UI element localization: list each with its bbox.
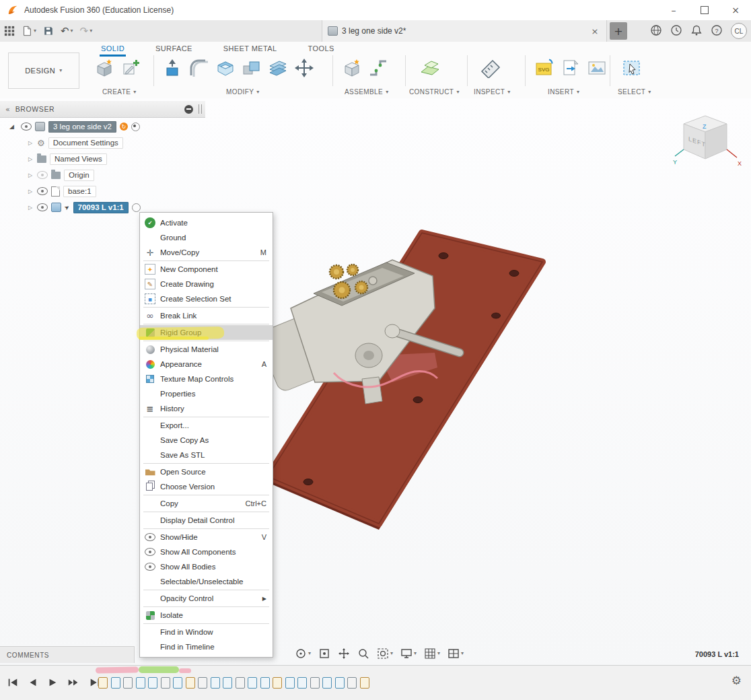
timeline-feature-icon[interactable] (322, 677, 332, 689)
expand-icon[interactable]: ▷ (27, 205, 34, 211)
menu-item-open-source[interactable]: Open Source (140, 464, 273, 479)
visibility-eye-icon[interactable] (37, 171, 48, 179)
expand-icon[interactable]: ▷ (27, 188, 34, 195)
timeline-feature-icon[interactable] (273, 677, 282, 689)
menu-item-rigid-group[interactable]: Rigid Group (140, 325, 273, 340)
timeline-feature-icon[interactable] (260, 677, 270, 689)
timeline-feature-icon[interactable] (111, 677, 120, 689)
expand-icon[interactable]: ◢ (9, 123, 17, 130)
menu-item-create-drawing[interactable]: Create Drawing (140, 277, 273, 291)
menu-item-opacity-control[interactable]: Opacity Control ▶ (140, 591, 273, 606)
timeline-feature-icon[interactable] (186, 677, 195, 689)
browser-item-label[interactable]: base:1 (63, 186, 96, 197)
menu-item-save-copy-as[interactable]: Save Copy As (140, 433, 273, 448)
timeline-feature-icon[interactable] (211, 677, 220, 689)
press-pull-button[interactable] (162, 58, 184, 78)
move-copy-button[interactable] (293, 58, 316, 78)
browser-item-base[interactable]: ▷ base:1 (0, 184, 96, 199)
workspace-selector[interactable]: DESIGN ▾ (8, 53, 79, 89)
activate-radio[interactable] (132, 203, 141, 212)
group-label-inspect[interactable]: INSPECT▾ (474, 88, 511, 96)
tab-tools[interactable]: TOOLS (307, 42, 336, 57)
insert-svg-button[interactable]: SVG (533, 58, 556, 78)
menu-item-move-copy[interactable]: Move/Copy M (140, 245, 273, 260)
browser-item-label[interactable]: 3 leg one side v2 (48, 121, 116, 133)
group-label-insert[interactable]: INSERT▾ (548, 88, 579, 96)
measure-button[interactable] (479, 58, 502, 78)
viewports-button[interactable]: ▾ (448, 648, 464, 660)
look-at-button[interactable] (318, 648, 330, 660)
expand-icon[interactable]: ▷ (27, 172, 34, 178)
close-button[interactable]: × (720, 0, 751, 20)
new-body-button[interactable] (93, 58, 116, 78)
menu-item-break-link[interactable]: Break Link (140, 308, 273, 323)
timeline-feature-icon[interactable] (335, 677, 345, 689)
fillet-button[interactable] (188, 58, 211, 78)
collapse-panel-icon[interactable]: « (5, 105, 10, 114)
help-button[interactable]: ? (711, 24, 723, 38)
browser-panel-header[interactable]: « BROWSER (0, 101, 205, 118)
browser-item-named-views[interactable]: ▷ Named Views (0, 151, 107, 166)
3d-model[interactable] (254, 221, 564, 537)
timeline-feature-icon[interactable] (223, 677, 232, 689)
insert-decal-button[interactable] (559, 58, 582, 78)
timeline-feature-icon[interactable] (360, 677, 369, 689)
menu-item-new-component[interactable]: New Component (140, 262, 273, 277)
panel-visibility-icon[interactable] (184, 105, 193, 114)
new-document-tab-button[interactable]: + (610, 22, 627, 40)
shell-button[interactable] (214, 58, 237, 78)
user-avatar[interactable]: CL (731, 23, 747, 39)
tab-solid[interactable]: SOLID (100, 42, 126, 57)
browser-item-label[interactable]: Document Settings (48, 137, 123, 149)
menu-item-save-as-stl[interactable]: Save As STL (140, 448, 273, 462)
timeline-feature-icon[interactable] (173, 677, 182, 689)
document-tab[interactable]: 3 leg one side v2* × (322, 20, 607, 42)
activate-radio[interactable] (131, 123, 140, 131)
create-sketch-button[interactable] (119, 58, 142, 78)
menu-item-copy[interactable]: Copy Ctrl+C (140, 496, 273, 511)
group-label-assemble[interactable]: ASSEMBLE▾ (345, 88, 389, 96)
menu-item-choose-version[interactable]: Choose Version (140, 479, 273, 494)
extensions-button[interactable] (650, 24, 662, 38)
menu-item-texture-map-controls[interactable]: Texture Map Controls (140, 372, 273, 386)
browser-item-70093[interactable]: ▷ ➤ 70093 L v1:1 (0, 200, 141, 215)
menu-item-show-all-components[interactable]: Show All Components (140, 545, 273, 559)
undo-button[interactable]: ↶ ▾ (61, 26, 73, 36)
browser-item-label[interactable]: Origin (64, 170, 94, 181)
expand-icon[interactable]: ▷ (27, 140, 34, 146)
timeline-feature-icon[interactable] (236, 677, 245, 689)
menu-item-selectable-unselectable[interactable]: Selectable/Unselectable (140, 574, 273, 589)
combine-button[interactable] (240, 58, 263, 78)
minimize-button[interactable]: – (658, 0, 689, 20)
job-status-button[interactable] (670, 24, 682, 38)
pan-button[interactable] (338, 648, 350, 660)
timeline-feature-icon[interactable] (136, 677, 145, 689)
update-status-icon[interactable]: ↻ (120, 123, 128, 131)
timeline-feature-icon[interactable] (310, 677, 320, 689)
menu-item-show-hide[interactable]: Show/Hide V (140, 530, 273, 545)
select-button[interactable] (620, 58, 643, 78)
group-label-modify[interactable]: MODIFY▾ (226, 88, 260, 96)
browser-item-label[interactable]: 70093 L v1:1 (73, 202, 129, 213)
timeline-feature-icon[interactable] (98, 677, 108, 689)
menu-item-display-detail-control[interactable]: Display Detail Control (140, 513, 273, 528)
notifications-button[interactable] (690, 24, 703, 38)
comments-panel[interactable]: COMMENTS (0, 646, 135, 663)
menu-item-export[interactable]: Export... (140, 418, 273, 433)
group-label-construct[interactable]: CONSTRUCT▾ (409, 88, 460, 96)
menu-item-appearance[interactable]: Appearance A (140, 357, 273, 372)
timeline-feature-icon[interactable] (161, 677, 170, 689)
grid-snaps-button[interactable]: ▾ (424, 648, 440, 660)
group-label-select[interactable]: SELECT▾ (618, 88, 651, 96)
split-button[interactable] (266, 58, 289, 78)
browser-item-origin[interactable]: ▷ Origin (0, 168, 94, 182)
browser-item-document-settings[interactable]: ▷ ⚙ Document Settings (0, 135, 123, 150)
menu-item-show-all-bodies[interactable]: Show All Bodies (140, 559, 273, 574)
tab-sheet-metal[interactable]: SHEET METAL (222, 42, 279, 57)
menu-item-find-in-timeline[interactable]: Find in Timeline (140, 639, 273, 654)
step-forward-button[interactable] (67, 676, 80, 689)
construct-plane-button[interactable] (419, 58, 441, 78)
visibility-eye-icon[interactable] (21, 123, 32, 131)
menu-item-ground[interactable]: Ground (140, 230, 273, 245)
group-label-create[interactable]: CREATE▾ (102, 88, 137, 96)
